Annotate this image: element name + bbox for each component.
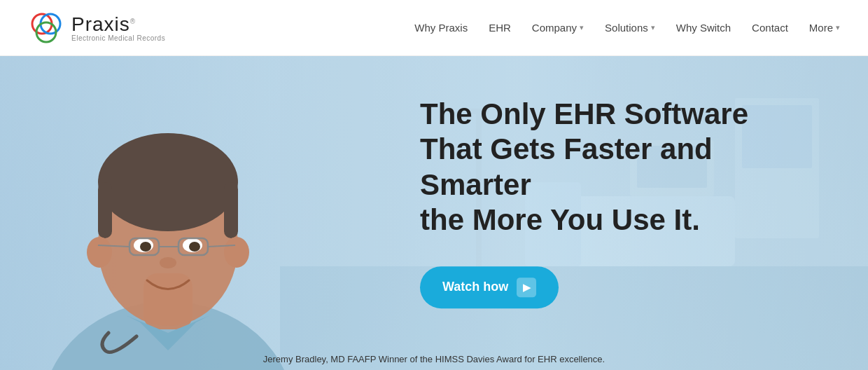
chevron-down-icon: ▾ (651, 23, 655, 32)
chevron-down-icon: ▾ (580, 23, 584, 32)
nav-more[interactable]: More ▾ (809, 22, 840, 34)
svg-point-18 (98, 133, 238, 231)
svg-rect-19 (98, 182, 112, 238)
svg-point-26 (189, 242, 200, 252)
watch-how-label: Watch how (442, 280, 508, 294)
site-header: Praxis® Electronic Medical Records Why P… (0, 0, 868, 56)
hero-title: The Only EHR Software That Gets Faster a… (420, 97, 812, 238)
logo-subtitle: Electronic Medical Records (71, 34, 165, 42)
logo-name: Praxis® (71, 13, 165, 36)
nav-why-switch[interactable]: Why Switch (676, 22, 731, 34)
nav-company[interactable]: Company ▾ (532, 22, 584, 34)
main-nav: Why Praxis EHR Company ▾ Solutions ▾ Why… (414, 22, 840, 34)
play-icon: ▶ (517, 278, 536, 297)
logo[interactable]: Praxis® Electronic Medical Records (28, 10, 165, 46)
doctor-caption: Jeremy Bradley, MD FAAFP Winner of the H… (263, 354, 605, 364)
chevron-down-icon: ▾ (836, 23, 840, 32)
nav-ehr[interactable]: EHR (489, 22, 511, 34)
watch-how-button[interactable]: Watch how ▶ (420, 266, 559, 308)
logo-text: Praxis® Electronic Medical Records (71, 13, 165, 42)
svg-point-21 (87, 237, 112, 268)
nav-contact[interactable]: Contact (752, 22, 788, 34)
svg-point-22 (224, 237, 249, 268)
hero-section: The Only EHR Software That Gets Faster a… (0, 56, 868, 370)
doctor-portrait (0, 56, 336, 370)
svg-point-25 (140, 242, 151, 252)
logo-icon (28, 10, 64, 46)
svg-rect-20 (224, 182, 238, 238)
nav-solutions[interactable]: Solutions ▾ (605, 22, 655, 34)
hero-content: The Only EHR Software That Gets Faster a… (420, 97, 812, 308)
svg-point-32 (160, 257, 176, 268)
nav-why-praxis[interactable]: Why Praxis (414, 22, 468, 34)
